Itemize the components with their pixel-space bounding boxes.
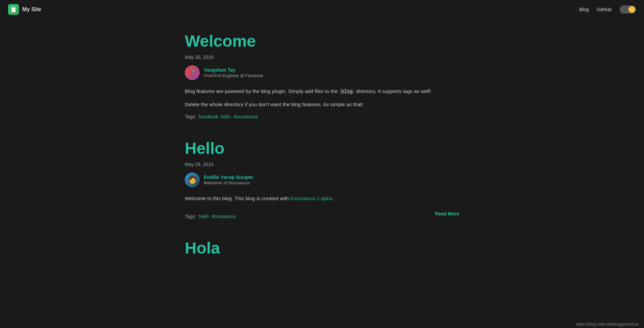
code-blog: blog: [339, 89, 355, 95]
post-title-hello: Hello: [185, 140, 459, 158]
site-logo: 📋: [8, 4, 19, 15]
docusaurus-link[interactable]: Docusaurus 2 alpha: [290, 196, 332, 201]
post-title-welcome: Welcome: [185, 32, 459, 50]
blog-post-welcome: Welcome May 30, 2019 🦸 Yangshun Tay Fron…: [185, 32, 459, 119]
nav-blog-link[interactable]: Blog: [579, 7, 589, 12]
read-more-hello[interactable]: Read More: [435, 211, 459, 216]
author-info-hello: Endilie Yacop Sucipto Maintainer of Docu…: [204, 174, 253, 185]
navbar: 📋 My Site Blog GitHub 🌙: [0, 0, 644, 19]
tag-docusaurus-welcome[interactable]: docusaurus: [233, 114, 258, 119]
blog-post-hola: Hola: [185, 239, 459, 257]
post-date-hello: May 29, 2019: [185, 162, 459, 167]
navbar-right: Blog GitHub 🌙: [579, 5, 636, 14]
post-body-hello: Welcome to this blog. This blog is creat…: [185, 194, 459, 203]
nav-github-link[interactable]: GitHub: [597, 7, 612, 12]
tag-hello-welcome[interactable]: hello: [221, 114, 231, 119]
post-body-welcome-2: Delete the whole directory if you don't …: [185, 100, 459, 109]
author-avatar-welcome: 🦸: [185, 65, 200, 80]
brand-link[interactable]: 📋 My Site: [8, 4, 41, 15]
bottom-bar: https://blog.csdn.net/fengqiuzhihua: [576, 321, 639, 328]
tag-facebook[interactable]: facebook: [199, 114, 218, 119]
site-title: My Site: [22, 6, 41, 13]
author-name-hello[interactable]: Endilie Yacop Sucipto: [204, 174, 253, 180]
author-row-welcome: 🦸 Yangshun Tay Front End Engineer @ Face…: [185, 65, 459, 80]
author-avatar-icon: 🦸: [188, 68, 197, 77]
tag-hello[interactable]: hello: [199, 214, 209, 219]
author-avatar-hello: 🧑: [185, 172, 200, 187]
author-avatar-icon-2: 🧑: [188, 175, 197, 184]
tags-row-hello: Tags: hello docusaurus: [185, 214, 236, 219]
author-name-welcome[interactable]: Yangshun Tay: [204, 67, 263, 73]
post-footer-hello: Tags: hello docusaurus Read More: [185, 208, 459, 219]
theme-toggle[interactable]: 🌙: [620, 5, 636, 14]
author-role-welcome: Front End Engineer @ Facebook: [204, 73, 263, 78]
tags-row-welcome: Tags: facebook hello docusaurus: [185, 114, 459, 119]
main-content: Welcome May 30, 2019 🦸 Yangshun Tay Fron…: [177, 19, 467, 304]
post-body-welcome: Blog features are powered by the blog pl…: [185, 87, 459, 96]
logo-icon: 📋: [10, 6, 17, 13]
bottom-url: https://blog.csdn.net/fengqiuzhihua: [576, 322, 639, 327]
author-row-hello: 🧑 Endilie Yacop Sucipto Maintainer of Do…: [185, 172, 459, 187]
post-date-welcome: May 30, 2019: [185, 54, 459, 60]
post-body-hello-intro: Welcome to this blog. This blog is creat…: [185, 195, 290, 201]
tags-label-hello: Tags:: [185, 214, 196, 219]
tag-docusaurus-hello[interactable]: docusaurus: [212, 214, 236, 219]
tags-label-welcome: Tags:: [185, 114, 196, 119]
post-title-hola: Hola: [185, 239, 459, 257]
author-info-welcome: Yangshun Tay Front End Engineer @ Facebo…: [204, 67, 263, 78]
blog-post-hello: Hello May 29, 2019 🧑 Endilie Yacop Sucip…: [185, 140, 459, 219]
post-body-hello-end: .: [332, 195, 334, 201]
theme-toggle-knob: 🌙: [628, 6, 635, 13]
author-role-hello: Maintainer of Docusaurus: [204, 181, 253, 185]
